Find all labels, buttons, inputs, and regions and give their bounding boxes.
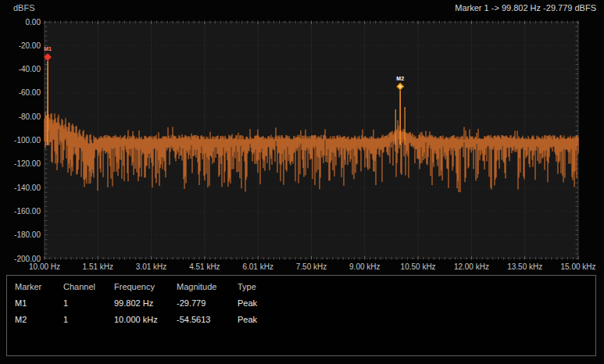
cell-frequency: 99.802 Hz <box>114 298 177 308</box>
cell-type: Peak <box>238 315 595 324</box>
x-tick-label: 6.01 kHz <box>242 262 273 271</box>
y-tick-label: -160.00 <box>14 207 41 216</box>
marker-table-header: MarkerChannelFrequencyMagnitudeType <box>7 279 595 294</box>
y-tick-label: -60.00 <box>19 88 41 97</box>
cell-marker: M1 <box>15 298 63 308</box>
x-tick-label: 9.00 kHz <box>349 262 380 271</box>
col-header-frequency: Frequency <box>114 282 177 291</box>
x-tick-label: 15.00 kHz <box>560 262 595 271</box>
cell-frequency: 10.000 kHz <box>114 315 177 324</box>
y-tick-label: 0.00 <box>26 18 41 27</box>
x-tick-label: 1.51 kHz <box>83 262 113 271</box>
marker-table: MarkerChannelFrequencyMagnitudeType M119… <box>6 275 596 356</box>
marker-table-row-m2[interactable]: M2110.000 kHz-54.5613Peak <box>7 311 595 327</box>
y-tick-label: -180.00 <box>14 230 41 239</box>
cell-channel: 1 <box>63 315 114 324</box>
marker-m1-label: M1 <box>44 46 52 52</box>
marker-table-header-row: MarkerChannelFrequencyMagnitudeType <box>7 279 595 294</box>
x-tick-label: 10.50 kHz <box>401 262 436 271</box>
cell-channel: 1 <box>63 298 114 308</box>
y-tick-label: -100.00 <box>14 136 41 145</box>
marker-table-body: M1199.802 Hz-29.779PeakM2110.000 kHz-54.… <box>7 294 595 327</box>
y-tick-label: -20.00 <box>19 41 41 50</box>
x-tick-label: 13.50 kHz <box>507 262 542 271</box>
col-header-channel: Channel <box>63 282 114 291</box>
marker-table-row-m1[interactable]: M1199.802 Hz-29.779Peak <box>7 294 595 311</box>
x-tick-label: 12.00 kHz <box>454 262 489 271</box>
x-tick-label: 10.00 Hz <box>29 262 60 271</box>
y-tick-label: -80.00 <box>19 112 41 121</box>
y-tick-label: -120.00 <box>14 159 41 168</box>
y-tick-label: -40.00 <box>19 65 41 73</box>
cell-magnitude: -29.779 <box>177 298 238 308</box>
y-tick-label: -140.00 <box>14 184 41 192</box>
cell-type: Peak <box>238 298 595 308</box>
y-tick-label: -200.00 <box>14 255 41 263</box>
cell-marker: M2 <box>15 315 63 324</box>
x-tick-label: 7.50 kHz <box>296 262 327 271</box>
spectrum-plot[interactable]: M1M20.00-20.00-40.00-60.00-80.00-100.00-… <box>0 0 604 277</box>
x-tick-label: 3.01 kHz <box>136 262 166 271</box>
col-header-magnitude: Magnitude <box>177 282 238 291</box>
x-tick-label: 4.51 kHz <box>189 262 220 271</box>
col-header-type: Type <box>238 282 595 291</box>
spectrum-analyzer-window: dBFS Marker 1 -> 99.802 Hz -29.779 dBFS … <box>0 0 604 364</box>
col-header-marker: Marker <box>15 282 63 291</box>
marker-m2-label: M2 <box>396 76 404 81</box>
cell-magnitude: -54.5613 <box>177 315 238 324</box>
